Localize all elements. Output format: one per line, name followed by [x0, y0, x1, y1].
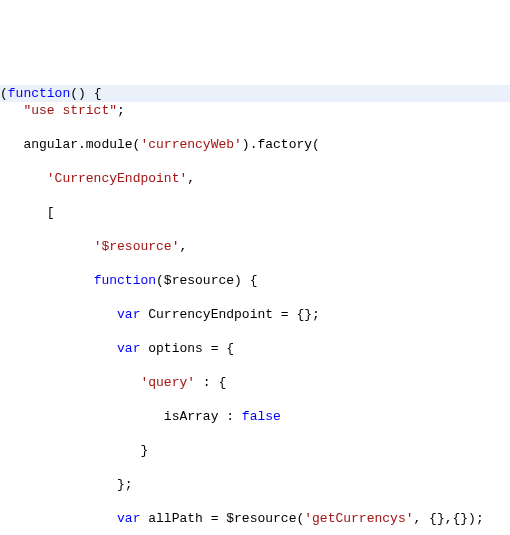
string: 'currencyWeb' [140, 137, 241, 152]
code-editor[interactable]: (function() { "use strict"; angular.modu… [0, 68, 510, 535]
punct: , [187, 171, 195, 186]
indent [0, 375, 140, 390]
indent [0, 511, 117, 526]
keyword: function [8, 86, 70, 101]
indent [0, 307, 117, 322]
indent [0, 239, 94, 254]
code-line: var options = { [0, 340, 510, 357]
text: angular.module( [0, 137, 140, 152]
punct: ).factory( [242, 137, 320, 152]
string: 'query' [140, 375, 195, 390]
code-line: } [0, 442, 510, 459]
text: [ [0, 205, 55, 220]
code-line: }; [0, 476, 510, 493]
indent [0, 103, 23, 118]
punct: , [179, 239, 187, 254]
code-line: [ [0, 204, 510, 221]
text: } [0, 443, 148, 458]
text: }; [0, 477, 133, 492]
string: 'getCurrencys' [304, 511, 413, 526]
code-line: isArray : false [0, 408, 510, 425]
code-line: 'CurrencyEndpoint', [0, 170, 510, 187]
text: options = { [140, 341, 234, 356]
code-line: function($resource) { [0, 272, 510, 289]
text: allPath = $resource( [140, 511, 304, 526]
code-line: var CurrencyEndpoint = {}; [0, 306, 510, 323]
keyword: function [94, 273, 156, 288]
string: '$resource' [94, 239, 180, 254]
punct: : { [195, 375, 226, 390]
keyword: var [117, 307, 140, 322]
indent [0, 341, 117, 356]
code-line: var allPath = $resource('getCurrencys', … [0, 510, 510, 527]
punct: ( [0, 86, 8, 101]
keyword: var [117, 341, 140, 356]
indent [0, 273, 94, 288]
punct: () { [70, 86, 101, 101]
text: CurrencyEndpoint = {}; [140, 307, 319, 322]
code-line: "use strict"; [0, 102, 510, 119]
code-line: '$resource', [0, 238, 510, 255]
punct: , {},{}); [413, 511, 483, 526]
keyword: false [242, 409, 281, 424]
code-line: (function() { [0, 85, 510, 102]
text: isArray : [0, 409, 242, 424]
keyword: var [117, 511, 140, 526]
text: ($resource) { [156, 273, 257, 288]
string: 'CurrencyEndpoint' [47, 171, 187, 186]
punct: ; [117, 103, 125, 118]
code-line: 'query' : { [0, 374, 510, 391]
string: "use strict" [23, 103, 117, 118]
indent [0, 171, 47, 186]
code-line: angular.module('currencyWeb').factory( [0, 136, 510, 153]
